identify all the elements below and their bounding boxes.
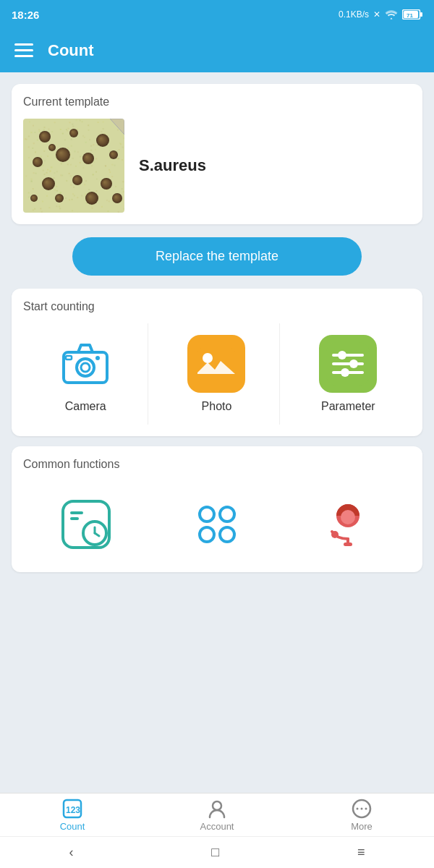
parameter-option[interactable]: Parameter [286, 323, 411, 425]
sim-icon: ✕ [373, 9, 380, 20]
parameter-icon-box [319, 335, 377, 393]
more-nav-icon [352, 799, 372, 819]
svg-rect-23 [70, 517, 79, 520]
home-button[interactable]: □ [211, 845, 219, 860]
svg-rect-22 [70, 511, 83, 514]
status-icons: 0.1KB/s ✕ 71 [339, 9, 422, 20]
svg-point-38 [213, 801, 221, 810]
support-option[interactable] [286, 481, 411, 561]
history-option[interactable] [23, 481, 148, 561]
svg-point-16 [338, 351, 346, 359]
nav-count[interactable]: 123 Count [0, 799, 145, 832]
svg-point-20 [341, 368, 349, 377]
start-counting-label: Start counting [23, 300, 411, 313]
common-functions-grid [23, 481, 411, 561]
camera-label: Camera [65, 400, 106, 413]
bottom-nav: 123 Count Account More [0, 793, 434, 836]
android-nav-bar: ‹ □ ≡ [0, 836, 434, 868]
svg-rect-35 [344, 542, 352, 546]
app-bar: Count [0, 29, 434, 72]
apps-option[interactable] [154, 481, 279, 561]
svg-rect-4 [14, 43, 33, 46]
svg-point-13 [203, 353, 213, 363]
svg-point-30 [220, 527, 234, 542]
svg-rect-5 [14, 49, 33, 51]
template-row: S.aureus [23, 119, 411, 213]
template-name: S.aureus [139, 156, 206, 175]
current-template-label: Current template [23, 95, 411, 109]
current-template-card: Current template S.aureus [12, 84, 422, 224]
replace-template-button[interactable]: Replace the template [72, 237, 362, 276]
recents-button[interactable]: ≡ [357, 845, 365, 860]
speed-indicator: 0.1KB/s [339, 9, 369, 20]
count-nav-icon: 123 [62, 799, 82, 819]
more-nav-label: More [351, 821, 373, 832]
svg-point-28 [220, 507, 234, 522]
svg-point-18 [349, 359, 358, 368]
photo-label: Photo [202, 400, 232, 413]
common-functions-label: Common functions [23, 458, 411, 471]
replace-button-container: Replace the template [12, 237, 422, 276]
status-bar: 18:26 0.1KB/s ✕ 71 [0, 0, 434, 29]
svg-rect-12 [197, 348, 235, 380]
svg-point-10 [95, 356, 100, 360]
nav-account[interactable]: Account [145, 799, 289, 832]
page-title: Count [48, 41, 94, 60]
start-counting-card: Start counting Camera [12, 289, 422, 436]
camera-option[interactable]: Camera [23, 323, 148, 425]
svg-text:71: 71 [407, 12, 413, 19]
svg-point-29 [200, 527, 214, 542]
svg-point-27 [200, 507, 214, 522]
camera-icon-box [56, 335, 114, 393]
svg-rect-6 [14, 55, 33, 57]
common-functions-card: Common functions [12, 446, 422, 572]
svg-point-9 [81, 363, 90, 372]
status-time: 18:26 [12, 9, 39, 21]
parameter-label: Parameter [321, 400, 375, 413]
template-image [23, 119, 124, 213]
battery-icon: 71 [402, 9, 422, 20]
back-button[interactable]: ‹ [69, 845, 73, 860]
svg-rect-1 [420, 12, 422, 17]
counting-options-grid: Camera Photo [23, 323, 411, 425]
main-content: Current template S.aureus Replace the te… [0, 72, 434, 793]
count-nav-label: Count [60, 821, 85, 832]
svg-point-40 [357, 807, 359, 809]
wifi-icon [385, 9, 398, 20]
svg-point-33 [331, 531, 339, 538]
svg-point-42 [365, 807, 367, 809]
svg-point-41 [361, 807, 363, 809]
nav-more[interactable]: More [289, 799, 434, 832]
menu-icon[interactable] [14, 43, 33, 58]
account-nav-icon [207, 799, 227, 819]
svg-text:123: 123 [66, 805, 80, 815]
photo-icon-box [187, 335, 245, 393]
svg-rect-11 [66, 356, 72, 359]
account-nav-label: Account [200, 821, 234, 832]
photo-option[interactable]: Photo [154, 323, 279, 425]
svg-point-32 [341, 510, 355, 524]
